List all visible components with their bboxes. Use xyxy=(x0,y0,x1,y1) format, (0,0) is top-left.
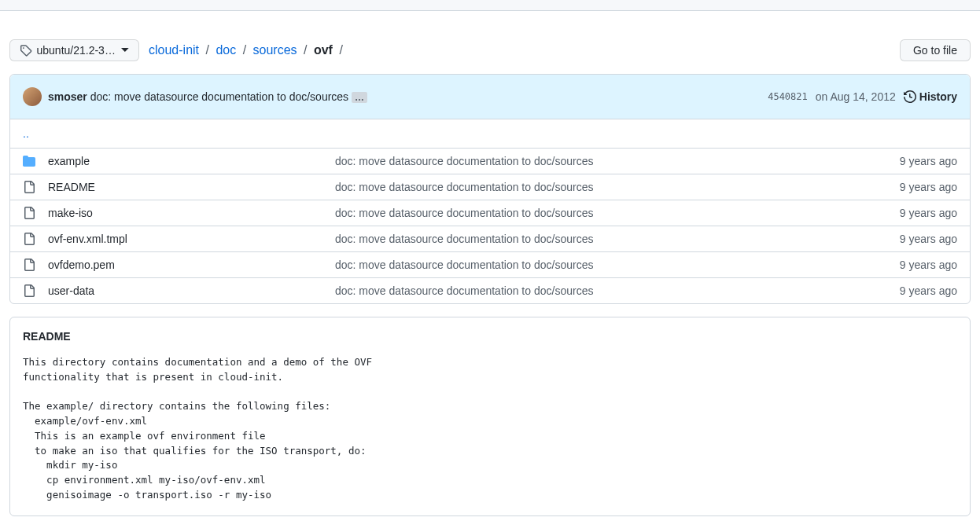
file-age: 9 years ago xyxy=(900,181,957,193)
parent-dir-link[interactable]: .. xyxy=(23,127,29,140)
commit-author[interactable]: smoser xyxy=(48,90,87,103)
file-row: ovf-env.xml.tmpldoc: move datasource doc… xyxy=(10,226,970,251)
file-icon xyxy=(23,259,35,271)
avatar[interactable] xyxy=(23,87,42,106)
file-icon xyxy=(23,284,35,297)
file-commit-link[interactable]: doc: move datasource documentation to do… xyxy=(335,181,593,193)
file-row: READMEdoc: move datasource documentation… xyxy=(10,174,970,200)
file-icon xyxy=(23,181,35,193)
file-age: 9 years ago xyxy=(900,259,957,271)
file-age: 9 years ago xyxy=(900,233,957,245)
file-commit-link[interactable]: doc: move datasource documentation to do… xyxy=(335,259,593,271)
branch-label: ubuntu/21.2-3-… xyxy=(37,44,117,57)
history-link[interactable]: History xyxy=(904,90,957,103)
file-age: 9 years ago xyxy=(900,284,957,297)
file-icon xyxy=(23,233,35,245)
go-to-file-button[interactable]: Go to file xyxy=(900,39,971,61)
breadcrumb-root[interactable]: cloud-init xyxy=(149,43,199,57)
file-name-link[interactable]: README xyxy=(48,181,95,193)
top-bar xyxy=(0,0,980,11)
breadcrumb-final: ovf xyxy=(314,43,333,57)
tag-icon xyxy=(20,44,32,57)
readme-body: This directory contains documentation an… xyxy=(10,355,970,515)
commit-date[interactable]: on Aug 14, 2012 xyxy=(816,90,896,103)
file-name-link[interactable]: user-data xyxy=(48,284,94,297)
readme-title: README xyxy=(10,317,970,355)
breadcrumb-part[interactable]: sources xyxy=(253,43,297,57)
file-commit-link[interactable]: doc: move datasource documentation to do… xyxy=(335,284,593,297)
commit-message[interactable]: doc: move datasource documentation to do… xyxy=(90,90,348,103)
parent-dir-row[interactable]: .. xyxy=(10,119,970,148)
file-row: user-datadoc: move datasource documentat… xyxy=(10,277,970,303)
history-label: History xyxy=(919,90,957,103)
file-commit-link[interactable]: doc: move datasource documentation to do… xyxy=(335,207,593,219)
file-name-link[interactable]: ovfdemo.pem xyxy=(48,259,115,271)
file-browser: smoser doc: move datasource documentatio… xyxy=(9,74,971,304)
history-icon xyxy=(904,90,916,103)
file-commit-link[interactable]: doc: move datasource documentation to do… xyxy=(335,155,593,167)
file-name-link[interactable]: example xyxy=(48,155,90,167)
file-name-link[interactable]: ovf-env.xml.tmpl xyxy=(48,233,127,245)
folder-icon xyxy=(23,155,35,167)
breadcrumb: cloud-init / doc / sources / ovf / xyxy=(149,43,346,57)
file-icon xyxy=(23,207,35,219)
commit-sha[interactable]: 4540821 xyxy=(768,91,808,102)
file-row: exampledoc: move datasource documentatio… xyxy=(10,148,970,174)
breadcrumb-part[interactable]: doc xyxy=(216,43,236,57)
file-row: make-isodoc: move datasource documentati… xyxy=(10,200,970,226)
file-name-link[interactable]: make-iso xyxy=(48,207,93,219)
latest-commit-bar: smoser doc: move datasource documentatio… xyxy=(10,75,970,119)
file-age: 9 years ago xyxy=(900,207,957,219)
readme-box: README This directory contains documenta… xyxy=(9,317,971,516)
file-row: ovfdemo.pemdoc: move datasource document… xyxy=(10,251,970,277)
branch-select-button[interactable]: ubuntu/21.2-3-… xyxy=(9,39,139,61)
file-age: 9 years ago xyxy=(900,155,957,167)
caret-down-icon xyxy=(121,48,129,53)
expand-commit-button[interactable]: … xyxy=(352,92,367,103)
file-commit-link[interactable]: doc: move datasource documentation to do… xyxy=(335,233,593,245)
